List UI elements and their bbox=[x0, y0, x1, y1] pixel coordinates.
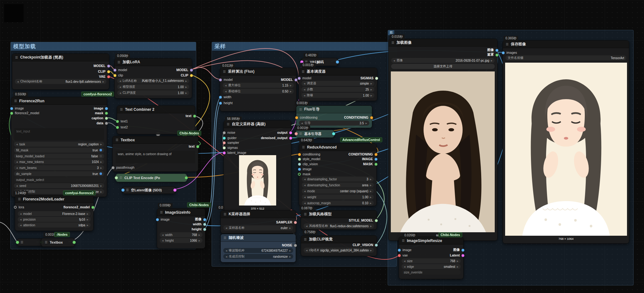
input-port-dot[interactable] bbox=[398, 249, 401, 252]
widget-图像[interactable]: ◀图像2016-0928-01-07-pc.jpg▶ bbox=[391, 58, 495, 63]
collapsed-port-dot[interactable] bbox=[336, 60, 339, 64]
input-port-dot[interactable] bbox=[14, 206, 17, 209]
output-port-florence2_model[interactable]: florence2_model bbox=[64, 205, 93, 209]
input-port-dot[interactable] bbox=[223, 141, 226, 144]
combo-left-arrow[interactable]: ◀ bbox=[225, 84, 226, 87]
output-port-denoised_output[interactable]: denoised_output bbox=[261, 136, 291, 140]
node-title-bar[interactable]: ☰Checkpoint加载器 (简易) bbox=[12, 54, 109, 61]
node-collapsed-node[interactable]: ☰ bbox=[17, 239, 43, 246]
output-port-dot[interactable] bbox=[289, 137, 292, 140]
group-title-bar[interactable]: 模型加载 bbox=[11, 42, 196, 51]
group-title-bar[interactable]: 采样 bbox=[212, 42, 396, 51]
collapsed-port-dot[interactable] bbox=[185, 176, 188, 180]
widget-CLIP强度[interactable]: ◀CLIP强度1.00▶ bbox=[117, 90, 189, 95]
combo-right-arrow[interactable]: ▶ bbox=[100, 143, 102, 145]
input-port-dot[interactable] bbox=[298, 77, 301, 80]
text-area[interactable]: wan, anime style, a cartoon drawing of bbox=[116, 151, 195, 163]
output-port-text[interactable]: text bbox=[185, 114, 195, 118]
widget-downsampling_function[interactable]: ◀downsampling_functionarea▶ bbox=[302, 183, 374, 188]
output-port-dot[interactable] bbox=[495, 54, 499, 57]
output-port-data[interactable]: data bbox=[96, 121, 107, 125]
output-port-dot[interactable] bbox=[203, 223, 206, 226]
widget-clip名称[interactable]: ◀clip名称sigclip_vision_patch14_384.safete… bbox=[304, 248, 374, 253]
input-port-dot[interactable] bbox=[295, 116, 298, 119]
node-checkpoint-loader[interactable]: ☰Checkpoint加载器 (简易)MODELCLIPVAE◀Checkpoi… bbox=[12, 54, 109, 90]
widget-keep_model_loaded[interactable]: keep_model_loadedfalse bbox=[14, 154, 104, 159]
widget-edge[interactable]: ◀edgesmallest▶ bbox=[402, 264, 461, 269]
output-port-图像[interactable]: 图像 bbox=[453, 248, 463, 252]
input-port-mask[interactable]: mask bbox=[299, 172, 311, 176]
node-imagesizeinfo[interactable]: ☰ImageSizeInfoimage图像widthheight◀width76… bbox=[157, 208, 205, 249]
combo-right-arrow[interactable]: ▶ bbox=[370, 225, 372, 227]
node-title-bar[interactable]: ☰Textbox bbox=[113, 136, 198, 144]
input-port-dot[interactable] bbox=[223, 146, 226, 149]
combo-right-arrow[interactable]: ▶ bbox=[370, 196, 372, 198]
output-port-CLIP[interactable]: CLIP bbox=[98, 70, 109, 73]
input-port-dot[interactable] bbox=[223, 131, 226, 134]
output-port-image[interactable]: image bbox=[94, 106, 107, 110]
input-port-dot[interactable] bbox=[113, 74, 117, 77]
node-title-bar[interactable]: ☰加载风格模型 bbox=[301, 211, 377, 218]
input-port-dot[interactable] bbox=[223, 151, 226, 155]
input-port-dot[interactable] bbox=[298, 158, 301, 161]
combo-right-arrow[interactable]: ▶ bbox=[370, 178, 372, 180]
output-port-dot[interactable] bbox=[105, 122, 108, 125]
input-port-dot[interactable] bbox=[10, 107, 13, 110]
node-title-bar[interactable]: ☰加载CLIP视觉 bbox=[301, 236, 377, 243]
input-port-dot[interactable] bbox=[298, 153, 301, 156]
combo-right-arrow[interactable]: ▶ bbox=[457, 260, 459, 262]
combo-right-arrow[interactable]: ▶ bbox=[290, 84, 292, 87]
combo-left-arrow[interactable]: ◀ bbox=[304, 94, 305, 97]
widget-attention[interactable]: ◀attentionsdpa▶ bbox=[18, 223, 91, 228]
combo-right-arrow[interactable]: ▶ bbox=[366, 122, 367, 124]
input-port-dot[interactable] bbox=[223, 137, 226, 140]
node-title-bar[interactable]: ☰基本调度器 bbox=[299, 68, 377, 76]
combo-right-arrow[interactable]: ▶ bbox=[185, 86, 187, 88]
combo-left-arrow[interactable]: ◀ bbox=[306, 225, 307, 227]
widget-调度器[interactable]: ◀调度器simple▶ bbox=[301, 81, 374, 86]
combo-left-arrow[interactable]: ◀ bbox=[306, 249, 307, 251]
node-title-bar[interactable]: ☰Text Combiner 2 bbox=[117, 106, 195, 113]
combo-left-arrow[interactable]: ◀ bbox=[162, 239, 163, 242]
combo-left-arrow[interactable]: ◀ bbox=[16, 185, 18, 187]
combo-left-arrow[interactable]: ◀ bbox=[301, 122, 303, 124]
combo-right-arrow[interactable]: ▶ bbox=[371, 82, 372, 85]
output-port-dot[interactable] bbox=[461, 249, 464, 252]
node-empty-latent[interactable]: ☰空Latent图像 (SD3) bbox=[122, 186, 176, 194]
combo-left-arrow[interactable]: ◀ bbox=[304, 184, 305, 186]
output-port-dot[interactable] bbox=[294, 78, 298, 82]
combo-left-arrow[interactable]: ◀ bbox=[20, 213, 21, 215]
input-port-image[interactable]: image bbox=[299, 167, 312, 171]
node-title-bar[interactable]: ☰Florence2Run bbox=[11, 97, 107, 105]
collapsed-port-dot[interactable] bbox=[16, 241, 19, 244]
output-port-text[interactable]: text bbox=[189, 144, 198, 148]
input-port-dot[interactable] bbox=[298, 168, 301, 171]
combo-left-arrow[interactable]: ◀ bbox=[304, 190, 305, 192]
collapsed-port-dot[interactable] bbox=[72, 241, 76, 244]
combo-left-arrow[interactable]: ◀ bbox=[16, 143, 18, 145]
output-port-mask[interactable]: mask bbox=[95, 111, 107, 115]
input-port-dot[interactable] bbox=[111, 166, 115, 169]
output-port-IMAGE[interactable]: IMAGE bbox=[362, 157, 376, 161]
node-title-bar[interactable]: ☰Flux引导 bbox=[296, 106, 372, 113]
combo-right-arrow[interactable]: ▶ bbox=[185, 80, 187, 82]
widget-基础移位[interactable]: ◀基础移位0.50▶ bbox=[223, 89, 294, 94]
output-port-SIGMAS[interactable]: SIGMAS bbox=[361, 76, 377, 80]
combo-left-arrow[interactable]: ◀ bbox=[304, 202, 305, 204]
input-port-dot[interactable] bbox=[219, 102, 222, 105]
output-port-dot[interactable] bbox=[190, 74, 193, 77]
input-port-dot[interactable] bbox=[116, 120, 119, 123]
combo-right-arrow[interactable]: ▶ bbox=[87, 224, 88, 226]
widget-weight[interactable]: ◀weight1.00▶ bbox=[302, 194, 374, 200]
combo-left-arrow[interactable]: ◀ bbox=[304, 88, 305, 91]
node-custom-sampler[interactable]: ☰自定义采样器 (高级)noiseguidersamplersigmaslate… bbox=[224, 120, 291, 211]
input-port-dot[interactable] bbox=[116, 126, 119, 129]
widget-LoRA名称[interactable]: ◀LoRA名称风格\苦命小人_f.1.safetensors▶ bbox=[117, 78, 189, 83]
widget-引导[interactable]: ◀引导3.5▶ bbox=[299, 121, 369, 126]
input-port-dot[interactable] bbox=[10, 112, 13, 115]
widget-模型强度[interactable]: ◀模型强度1.00▶ bbox=[117, 84, 189, 89]
combo-left-arrow[interactable]: ◀ bbox=[304, 196, 305, 198]
combo-right-arrow[interactable]: ▶ bbox=[100, 167, 102, 169]
combo-right-arrow[interactable]: ▶ bbox=[370, 249, 372, 251]
node-random-noise[interactable]: ☰随机噪波NOISE◀噪波随机种672438049754227▶◀生成后控制ra… bbox=[220, 234, 296, 262]
